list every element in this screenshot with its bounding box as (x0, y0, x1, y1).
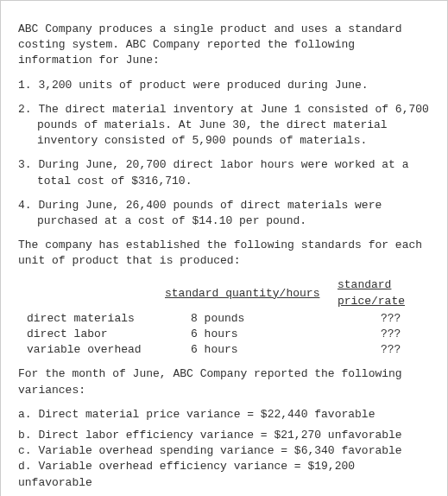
header-blank (27, 277, 165, 310)
variance-line-b: b. Direct labor efficiency variance = $2… (18, 428, 430, 443)
table-row: direct materials 8 pounds ??? (27, 311, 430, 327)
header-rate: standard price/rate (338, 277, 430, 310)
variance-line-d: d. Variable overhead efficiency variance… (18, 459, 430, 490)
row-label: direct labor (27, 327, 165, 342)
list-item-3: 3. During June, 20,700 direct labor hour… (18, 157, 430, 188)
table-row: variable overhead 6 hours ??? (27, 342, 430, 358)
row-rate: ??? (338, 311, 430, 327)
table-row: direct labor 6 hours ??? (27, 327, 430, 342)
variance-line-a: a. Direct material price variance = $22,… (18, 407, 430, 423)
variances-intro: For the month of June, ABC Company repor… (18, 366, 430, 397)
row-qty: 6 hours (165, 342, 338, 358)
row-label: direct materials (27, 311, 165, 327)
list-item-2: 2. The direct material inventory at June… (18, 102, 430, 149)
standards-table: standard quantity/hours standard price/r… (27, 277, 430, 358)
row-qty: 8 pounds (165, 311, 338, 327)
intro-paragraph: ABC Company produces a single product an… (18, 22, 430, 69)
table-header-row: standard quantity/hours standard price/r… (27, 277, 430, 310)
standards-intro: The company has established the followin… (18, 238, 430, 269)
row-label: variable overhead (27, 342, 165, 358)
header-quantity: standard quantity/hours (165, 277, 338, 310)
list-item-4: 4. During June, 26,400 pounds of direct … (18, 198, 430, 229)
row-qty: 6 hours (165, 327, 338, 342)
row-rate: ??? (338, 342, 430, 358)
problem-document: ABC Company produces a single product an… (0, 0, 448, 496)
list-item-1: 1. 3,200 units of product were produced … (18, 78, 430, 93)
variance-line-c: c. Variable overhead spending variance =… (18, 443, 430, 459)
row-rate: ??? (338, 327, 430, 342)
